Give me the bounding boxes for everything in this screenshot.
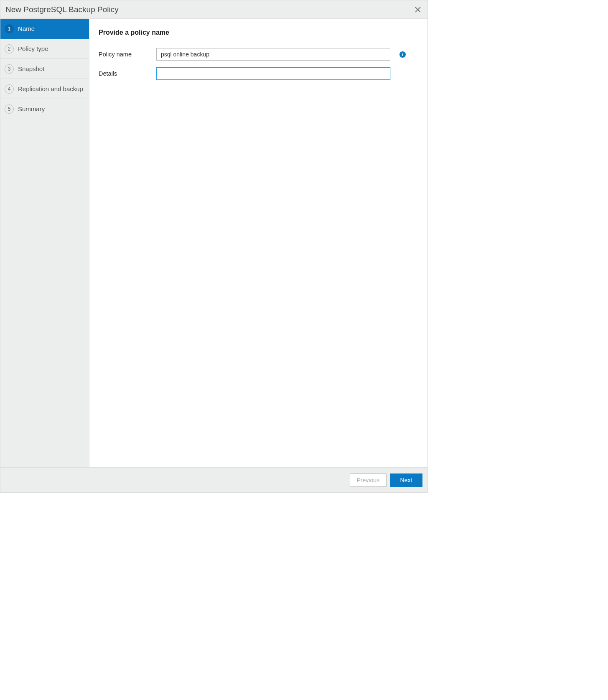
step-number: 4: [5, 84, 14, 94]
main-panel: Provide a policy name Policy name i Deta…: [89, 19, 427, 467]
wizard-step-summary[interactable]: 5 Summary: [0, 99, 89, 119]
form-row-details: Details: [99, 67, 418, 80]
close-icon: [415, 6, 421, 13]
wizard-step-replication[interactable]: 4 Replication and backup: [0, 79, 89, 99]
step-label: Snapshot: [18, 65, 44, 72]
details-label: Details: [99, 70, 156, 77]
wizard-step-policy-type[interactable]: 2 Policy type: [0, 39, 89, 59]
dialog-body: 1 Name 2 Policy type 3 Snapshot 4 Replic…: [0, 19, 427, 467]
policy-name-input[interactable]: [156, 48, 390, 61]
step-label: Policy type: [18, 45, 48, 52]
details-input[interactable]: [156, 67, 390, 80]
close-button[interactable]: [413, 5, 422, 14]
wizard-sidebar: 1 Name 2 Policy type 3 Snapshot 4 Replic…: [0, 19, 89, 467]
step-number: 1: [5, 24, 14, 33]
step-number: 2: [5, 44, 14, 53]
dialog-title: New PostgreSQL Backup Policy: [5, 5, 413, 14]
step-number: 3: [5, 64, 14, 74]
page-heading: Provide a policy name: [99, 29, 418, 36]
dialog: New PostgreSQL Backup Policy 1 Name 2 Po…: [0, 0, 428, 493]
policy-name-label: Policy name: [99, 51, 156, 58]
titlebar: New PostgreSQL Backup Policy: [0, 0, 427, 19]
form-row-policy-name: Policy name i: [99, 48, 418, 61]
previous-button: Previous: [350, 473, 387, 487]
wizard-step-snapshot[interactable]: 3 Snapshot: [0, 59, 89, 79]
step-label: Name: [18, 25, 35, 32]
wizard-step-name[interactable]: 1 Name: [0, 19, 89, 39]
info-icon[interactable]: i: [399, 51, 406, 58]
next-button[interactable]: Next: [390, 473, 422, 487]
step-number: 5: [5, 104, 14, 114]
dialog-footer: Previous Next: [0, 467, 427, 492]
step-label: Summary: [18, 105, 45, 112]
step-label: Replication and backup: [18, 85, 83, 92]
